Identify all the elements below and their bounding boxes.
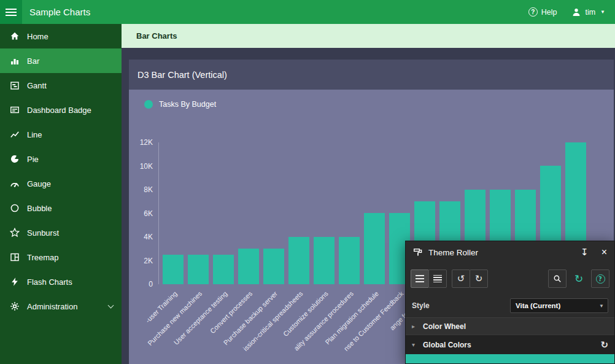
style-row: Style Vita (Current) ▼ [406, 294, 614, 317]
sidebar-item-label: Flash Charts [27, 277, 72, 287]
line-icon [10, 130, 20, 139]
sidebar-item-line[interactable]: Line [0, 122, 122, 147]
bar[interactable]: ission-critical spreadsheets [288, 237, 309, 284]
app-title: Sample Charts [29, 7, 90, 17]
user-icon [571, 7, 581, 17]
app-root: Sample Charts ? Help tim ▼ HomeBarGanttD… [0, 0, 615, 364]
sidebar-item-label: Bar [27, 56, 39, 66]
bar[interactable]: User acceptance testing [213, 255, 234, 284]
sidebar-item-flash-charts[interactable]: Flash Charts [0, 269, 122, 294]
bar[interactable]: -user Training [163, 255, 184, 284]
menu-button[interactable] [0, 0, 22, 24]
search-icon [553, 274, 562, 283]
search-button[interactable] [548, 269, 567, 288]
list-compact-icon [416, 275, 424, 282]
sidebar: HomeBarGanttDashboard BadgeLinePieGaugeB… [0, 24, 122, 364]
bar[interactable]: Customize solutions [314, 237, 335, 284]
y-axis-tick: 8K [129, 185, 153, 194]
chevron-down-icon: ▾ [412, 341, 418, 348]
style-select-value: Vita (Current) [511, 302, 595, 309]
y-axis-tick: 6K [129, 209, 153, 218]
administration-icon [10, 301, 20, 311]
sidebar-item-label: Bubble [27, 204, 52, 213]
paint-roller-icon [413, 247, 423, 257]
sidebar-nav: HomeBarGanttDashboard BadgeLinePieGaugeB… [0, 24, 122, 319]
sidebar-item-bubble[interactable]: Bubble [0, 196, 122, 220]
sidebar-item-gantt[interactable]: Gantt [0, 73, 122, 98]
top-bar: Sample Charts ? Help tim ▼ [0, 0, 615, 24]
close-icon[interactable]: × [601, 247, 607, 258]
section-global-colors[interactable]: ▾ Global Colors ↻ [406, 335, 614, 354]
dashboard-badge-icon [10, 105, 20, 115]
hamburger-icon [6, 9, 17, 10]
legend-label: Tasks By Budget [159, 100, 216, 109]
section-color-wheel[interactable]: ▸ Color Wheel [406, 317, 614, 335]
style-select[interactable]: Vita (Current) ▼ [510, 298, 608, 313]
refresh-button[interactable]: ↻ [570, 269, 588, 288]
x-axis-label: Customize solutions [281, 290, 329, 338]
color-swatch[interactable] [406, 354, 614, 363]
help-button[interactable]: ? Help [528, 7, 557, 17]
sync-icon[interactable]: ↻ [600, 339, 608, 350]
sidebar-item-label: Dashboard Badge [27, 106, 91, 115]
bar-icon [10, 56, 20, 66]
section-label: Global Colors [423, 341, 471, 349]
y-axis-tick: 4K [129, 233, 153, 241]
theme-roller-toolbar: ↺ ↻ ↻ ? [406, 263, 614, 294]
sidebar-item-label: Line [27, 130, 42, 139]
chart-legend[interactable]: Tasks By Budget [144, 100, 216, 109]
sidebar-item-label: Gantt [27, 81, 47, 90]
undo-button[interactable]: ↺ [452, 269, 470, 288]
sidebar-item-label: Administration [27, 302, 77, 311]
bar[interactable]: ality assurance procedures [339, 237, 360, 284]
chart-panel-title: D3 Bar Chart (Vertical) [137, 70, 227, 80]
redo-button[interactable]: ↻ [470, 269, 488, 288]
style-label: Style [412, 301, 430, 310]
sidebar-item-sunburst[interactable]: Sunburst [0, 220, 122, 245]
list-detailed-icon [433, 275, 442, 282]
sidebar-item-dashboard-badge[interactable]: Dashboard Badge [0, 98, 122, 122]
compact-view-button[interactable] [411, 269, 429, 288]
sidebar-item-label: Home [27, 32, 48, 41]
sidebar-item-label: Treemap [27, 253, 59, 262]
theme-help-button[interactable]: ? [591, 269, 609, 288]
detailed-view-button[interactable] [428, 269, 447, 288]
section-label: Color Wheel [423, 322, 466, 331]
sidebar-item-administration[interactable]: Administration [0, 294, 122, 319]
help-icon: ? [528, 7, 538, 17]
theme-roller-panel: Theme Roller ↧ × ↺ ↻ ↻ [405, 241, 615, 364]
sidebar-item-label: Pie [27, 155, 39, 164]
bar[interactable]: Purchase backup server [263, 249, 284, 284]
sidebar-item-gauge[interactable]: Gauge [0, 171, 122, 196]
home-icon [10, 31, 20, 41]
user-menu[interactable]: tim ▼ [571, 7, 605, 17]
breadcrumb: Bar Charts [122, 24, 615, 48]
bar[interactable]: Purchase new machines [188, 255, 209, 284]
user-name: tim [585, 8, 595, 17]
sidebar-item-pie[interactable]: Pie [0, 147, 122, 171]
sidebar-item-home[interactable]: Home [0, 24, 122, 48]
chart-panel-header: D3 Bar Chart (Vertical) [129, 60, 614, 90]
download-icon[interactable]: ↧ [581, 247, 589, 258]
flash-charts-icon [10, 277, 20, 287]
chevron-right-icon: ▸ [412, 323, 418, 330]
legend-marker [144, 100, 153, 109]
sidebar-item-treemap[interactable]: Treemap [0, 245, 122, 269]
y-axis-tick: 2K [129, 257, 153, 265]
bar[interactable]: Plan migration schedule [364, 213, 385, 284]
sidebar-item-bar[interactable]: Bar [0, 48, 122, 73]
help-label: Help [541, 8, 557, 17]
theme-roller-header: Theme Roller ↧ × [406, 241, 614, 263]
bar[interactable]: Convert processes [238, 249, 259, 284]
treemap-icon [10, 252, 20, 262]
page-title: Bar Charts [136, 31, 177, 41]
chevron-down-icon: ▼ [600, 9, 605, 15]
y-axis-tick: 10K [129, 162, 153, 171]
chevron-down-icon: ▼ [595, 299, 608, 312]
theme-roller-title: Theme Roller [428, 248, 575, 257]
sidebar-item-label: Sunburst [27, 228, 59, 238]
y-axis-tick: 12K [129, 138, 153, 147]
pie-icon [10, 154, 20, 164]
chevron-down-icon [108, 302, 114, 308]
bubble-icon [10, 203, 20, 213]
